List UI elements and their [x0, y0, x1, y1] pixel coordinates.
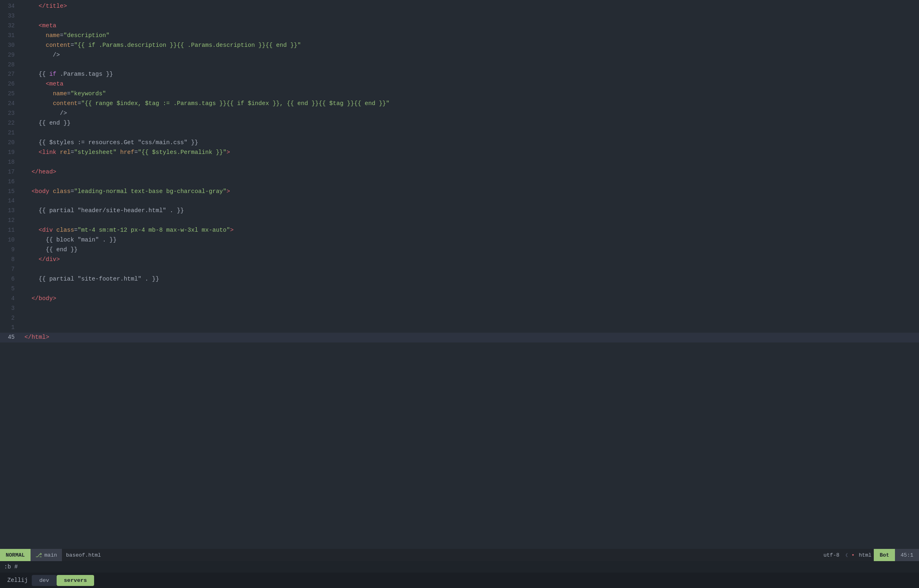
code-line: 14	[0, 196, 919, 206]
plain-token: =	[60, 32, 64, 39]
plain-token: {{ end }}	[46, 246, 77, 253]
line-number: 19	[0, 148, 21, 157]
attr-name-token: name	[46, 32, 60, 39]
code-line: 27 {{ if .Params.tags }}	[0, 70, 919, 79]
code-line: 23 />	[0, 109, 919, 118]
line-number: 23	[0, 109, 21, 118]
line-number: 22	[0, 118, 21, 128]
code-line: 9 {{ end }}	[0, 245, 919, 255]
line-number: 34	[0, 2, 21, 11]
code-line: 18	[0, 158, 919, 167]
code-line: 45</html>	[0, 333, 919, 342]
template-keyword-token: if	[49, 71, 56, 77]
line-number: 11	[0, 226, 21, 235]
line-content: content="{{ range $index, $tag := .Param…	[21, 99, 919, 109]
code-line: 12	[0, 216, 919, 226]
tag-token: >	[226, 149, 230, 156]
plain-token	[49, 188, 53, 195]
line-content: {{ partial "header/site-header.html" . }…	[21, 206, 919, 216]
line-content	[21, 314, 919, 323]
tag-token: >	[230, 227, 234, 233]
code-line: 10 {{ block "main" . }}	[0, 235, 919, 245]
line-number: 27	[0, 70, 21, 79]
tag-token: <div	[39, 227, 53, 233]
tag-token: </title>	[39, 3, 67, 9]
tag-token: </body>	[31, 295, 56, 302]
line-content	[21, 284, 919, 294]
line-number: 20	[0, 138, 21, 147]
line-number: 21	[0, 128, 21, 138]
attr-value-token: "mt-4 sm:mt-12 px-4 mb-8 max-w-3xl mx-au…	[78, 227, 230, 233]
plain-token: =	[74, 227, 78, 233]
attr-value-token: "{{ $styles.Permalink }}"	[138, 149, 226, 156]
status-arrow: ❮	[844, 552, 850, 558]
status-branch: ⎇ main	[31, 549, 62, 561]
line-content	[21, 304, 919, 314]
plain-token	[56, 149, 60, 156]
line-number: 31	[0, 31, 21, 40]
attr-value-token: "keywords"	[70, 90, 106, 97]
line-number: 3	[0, 304, 21, 313]
code-line: 16	[0, 177, 919, 187]
line-content: </head>	[21, 167, 919, 177]
attr-name-token: name	[53, 90, 67, 97]
line-number: 45	[0, 333, 21, 342]
attr-value-token: "{{ if .Params.description }}{{ .Params.…	[74, 42, 301, 48]
status-bar: NORMAL ⎇ main baseof.html utf-8 ❮ ▪ html…	[0, 549, 919, 561]
code-line: 34 </title>	[0, 2, 919, 11]
line-content: <body class="leading-normal text-base bg…	[21, 187, 919, 197]
status-encoding: utf-8	[820, 552, 844, 558]
line-number: 30	[0, 41, 21, 50]
plain-token: {{ partial "header/site-header.html" . }…	[39, 207, 184, 214]
status-filetype-icon: ▪	[850, 552, 856, 558]
plain-token: =	[78, 100, 81, 107]
command-line: :b #	[0, 561, 919, 573]
code-line: 17 </head>	[0, 167, 919, 177]
code-line: 11 <div class="mt-4 sm:mt-12 px-4 mb-8 m…	[0, 226, 919, 235]
line-number: 1	[0, 323, 21, 332]
code-line: 24 content="{{ range $index, $tag := .Pa…	[0, 99, 919, 109]
code-line: 3	[0, 304, 919, 314]
code-line: 4 </body>	[0, 294, 919, 304]
line-content: <meta	[21, 79, 919, 89]
tab-item-servers[interactable]: servers	[57, 575, 95, 586]
code-line: 30 content="{{ if .Params.description }}…	[0, 41, 919, 50]
code-line: 15 <body class="leading-normal text-base…	[0, 187, 919, 197]
status-bot: Bot	[874, 549, 895, 561]
attr-name-token: content	[53, 100, 78, 107]
code-line: 6 {{ partial "site-footer.html" . }}	[0, 274, 919, 284]
line-number: 32	[0, 21, 21, 31]
tag-token: </head>	[31, 169, 56, 175]
line-content: <div class="mt-4 sm:mt-12 px-4 mb-8 max-…	[21, 226, 919, 235]
line-content: {{ if .Params.tags }}	[21, 70, 919, 79]
plain-token: />	[39, 52, 60, 58]
tag-token: >	[226, 188, 230, 195]
line-number: 5	[0, 284, 21, 294]
code-line: 22 {{ end }}	[0, 118, 919, 128]
code-line: 33	[0, 11, 919, 21]
tab-item-dev[interactable]: dev	[32, 575, 56, 586]
branch-name: main	[44, 552, 57, 558]
plain-token: {{ $styles := resources.Get "css/main.cs…	[39, 139, 198, 146]
line-content: </html>	[21, 333, 919, 342]
line-number: 14	[0, 196, 21, 206]
line-content: name="keywords"	[21, 89, 919, 99]
plain-token: {{	[39, 71, 49, 77]
command-text: :b #	[4, 564, 18, 570]
line-number: 8	[0, 255, 21, 264]
line-number: 28	[0, 60, 21, 70]
line-content: />	[21, 109, 919, 118]
line-content	[21, 196, 919, 206]
line-number: 17	[0, 167, 21, 177]
attr-value-token: "leading-normal text-base bg-charcoal-gr…	[74, 188, 226, 195]
line-number: 9	[0, 245, 21, 255]
tag-token: <meta	[39, 22, 57, 29]
attr-value-token: "stylesheet"	[74, 149, 117, 156]
code-line: 32 <meta	[0, 21, 919, 31]
plain-token: />	[46, 110, 67, 116]
line-content	[21, 60, 919, 70]
line-content	[21, 158, 919, 167]
line-content: </title>	[21, 2, 919, 11]
tab-items-container: devservers	[32, 577, 94, 584]
line-content: <link rel="stylesheet" href="{{ $styles.…	[21, 148, 919, 158]
